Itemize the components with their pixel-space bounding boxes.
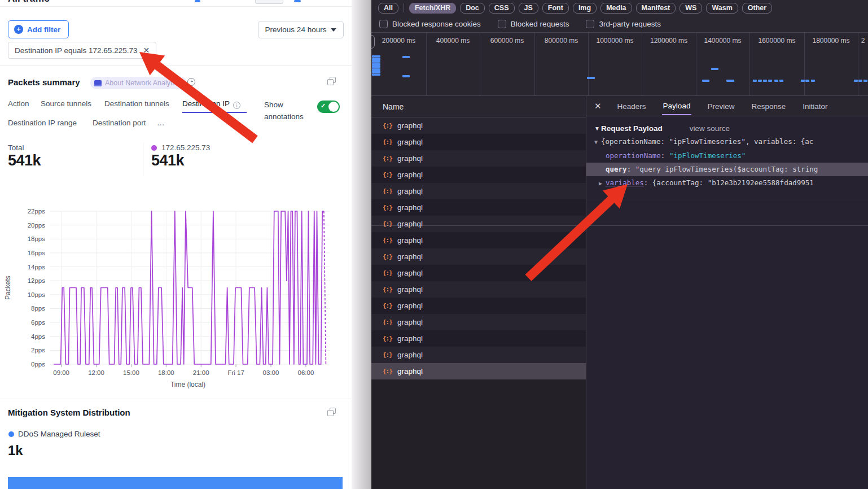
detail-tab-response[interactable]: Response [750, 98, 787, 115]
request-row-graphql[interactable]: {:}graphql [371, 150, 586, 167]
timeline-label: 1000000 ms [588, 37, 642, 45]
filter-chip-font[interactable]: Font [542, 3, 569, 14]
summary-tab-destination-tunnels[interactable]: Destination tunnels [104, 99, 169, 108]
filter-chip-manifest[interactable]: Manifest [636, 3, 676, 14]
filter-pill-label: Destination IP equals 172.65.225.73 [15, 46, 137, 55]
divider [586, 199, 868, 199]
checkbox-blocked-requests[interactable]: Blocked requests [498, 20, 569, 28]
filter-chip-css[interactable]: CSS [489, 3, 515, 14]
request-row-graphql[interactable]: {:}graphql [371, 117, 586, 134]
checkbox-icon[interactable] [498, 20, 506, 28]
filter-chip-js[interactable]: JS [519, 3, 538, 14]
remove-filter-icon[interactable]: ✕ [143, 46, 150, 55]
expand-panel-icon[interactable] [327, 408, 336, 417]
summary-tab-more[interactable]: … [157, 119, 165, 127]
clipped-header-control [195, 0, 200, 2]
request-row-graphql[interactable]: {:}graphql [371, 216, 586, 232]
payload-line[interactable]: operationName: "ipFlowTimeseries" [586, 149, 868, 163]
filter-pill[interactable]: Destination IP equals 172.65.225.73 ✕ [8, 42, 156, 59]
svg-text:Packets: Packets [4, 276, 12, 300]
name-column-header[interactable]: Name [371, 96, 586, 117]
divider [404, 3, 404, 12]
request-row-graphql[interactable]: {:}graphql [371, 314, 586, 330]
devtools-window: AllFetch/XHRDocCSSJSFontImgMediaManifest… [371, 0, 868, 489]
summary-tab-action[interactable]: Action [8, 99, 29, 108]
series-dot [151, 145, 157, 151]
checkbox-icon[interactable] [586, 20, 594, 28]
checkbox-icon[interactable] [379, 20, 388, 28]
detail-tab-payload[interactable]: Payload [662, 97, 692, 115]
request-row-graphql[interactable]: {:}graphql [371, 265, 586, 281]
svg-text:10pps: 10pps [28, 291, 46, 298]
stat-destination-ip: 172.65.225.73 541k [151, 143, 210, 169]
show-annotations-toggle[interactable]: ✓ [317, 101, 340, 113]
request-row-graphql[interactable]: {:}graphql [371, 134, 586, 150]
request-row-graphql[interactable]: {:}graphql [371, 183, 586, 199]
summary-tab-destination-port[interactable]: Destination port [93, 119, 146, 127]
view-source-link[interactable]: view source [690, 124, 730, 133]
detail-tab-initiator[interactable]: Initiator [801, 98, 828, 115]
mitigation-bar [8, 477, 343, 489]
filter-chip-img[interactable]: Img [573, 3, 597, 14]
time-range-dropdown[interactable]: Previous 24 hours [258, 21, 344, 38]
filter-chip-wasm[interactable]: Wasm [706, 3, 738, 14]
payload-line[interactable]: ▼ {operationName: "ipFlowTimeseries", va… [586, 135, 868, 149]
request-row-graphql[interactable]: {:}graphql [371, 281, 586, 298]
payload-line[interactable]: ▶ variables: {accountTag: "b12e3b2192ee5… [586, 176, 868, 190]
svg-text:03:00: 03:00 [263, 369, 279, 376]
json-braces-icon: {:} [383, 302, 392, 309]
request-row-graphql[interactable]: {:}graphql [371, 232, 586, 248]
summary-tab-destination-ip[interactable]: Destination IPi [182, 99, 240, 109]
checkbox-blocked-response-cookies[interactable]: Blocked response cookies [379, 20, 481, 28]
svg-text:22pps: 22pps [28, 208, 46, 215]
request-row-graphql[interactable]: {:}graphql [371, 199, 586, 216]
filter-chip-all[interactable]: All [378, 3, 398, 14]
json-braces-icon: {:} [383, 138, 392, 146]
collapse-triangle-icon[interactable]: ▼ [594, 125, 600, 132]
summary-tab-source-tunnels[interactable]: Source tunnels [41, 99, 91, 108]
timeline-label: 800000 ms [534, 37, 588, 45]
json-braces-icon: {:} [383, 220, 392, 228]
request-waterfall-bar [779, 80, 783, 82]
timeline-label: 1200000 ms [642, 37, 696, 45]
request-waterfall-bar [854, 80, 858, 82]
request-waterfall-bar [768, 80, 772, 82]
request-waterfall-bar [758, 80, 762, 82]
payload-line[interactable]: query: "query ipFlowTimeseries($accountT… [586, 163, 868, 176]
about-network-analytics-badge[interactable]: About Network Analytics [90, 77, 187, 89]
detail-tabs: ✕ HeadersPayloadPreviewResponseInitiator [586, 96, 868, 116]
detail-tab-headers[interactable]: Headers [616, 98, 647, 115]
filter-chip-doc[interactable]: Doc [460, 3, 485, 14]
svg-text:Fri 17: Fri 17 [227, 369, 244, 376]
filter-chip-fetch-xhr[interactable]: Fetch/XHR [409, 3, 456, 14]
json-braces-icon: {:} [383, 286, 392, 293]
filter-chip-other[interactable]: Other [742, 3, 772, 14]
network-timeline[interactable]: 200000 ms400000 ms600000 ms800000 ms1000… [371, 33, 868, 96]
expand-panel-icon[interactable] [327, 77, 336, 86]
request-row-graphql[interactable]: {:}graphql [371, 248, 586, 265]
summary-tab-destination-ip-range[interactable]: Destination IP range [8, 119, 77, 127]
svg-text:16pps: 16pps [28, 250, 46, 256]
request-row-graphql[interactable]: {:}graphql [371, 167, 586, 183]
timeline-label: 1800000 ms [804, 37, 858, 45]
request-detail-panel: ✕ HeadersPayloadPreviewResponseInitiator… [586, 96, 868, 489]
timeline-label: 1600000 ms [749, 37, 804, 45]
json-braces-icon: {:} [383, 171, 392, 178]
detail-tab-preview[interactable]: Preview [706, 98, 735, 115]
filter-chip-media[interactable]: Media [600, 3, 632, 14]
request-row-graphql[interactable]: {:}graphql [371, 330, 586, 347]
checkbox-3rd-party-requests[interactable]: 3rd-party requests [586, 20, 661, 28]
close-icon[interactable]: ✕ [594, 101, 602, 111]
request-row-graphql[interactable]: {:}graphql [371, 298, 586, 314]
add-filter-button[interactable]: + Add filter [8, 20, 69, 38]
svg-text:6pps: 6pps [31, 319, 45, 326]
request-waterfall-bar [753, 80, 757, 82]
filter-chip-ws[interactable]: WS [680, 3, 702, 14]
request-row-graphql[interactable]: {:}graphql [371, 363, 586, 379]
json-braces-icon: {:} [383, 368, 392, 375]
timeline-label: 2 [858, 37, 868, 45]
mitigation-title: Mitigation System Distribution [8, 408, 130, 417]
show-annotations-label: Show annotations [264, 99, 315, 123]
request-row-graphql[interactable]: {:}graphql [371, 347, 586, 363]
clipped-header-control [294, 0, 301, 2]
